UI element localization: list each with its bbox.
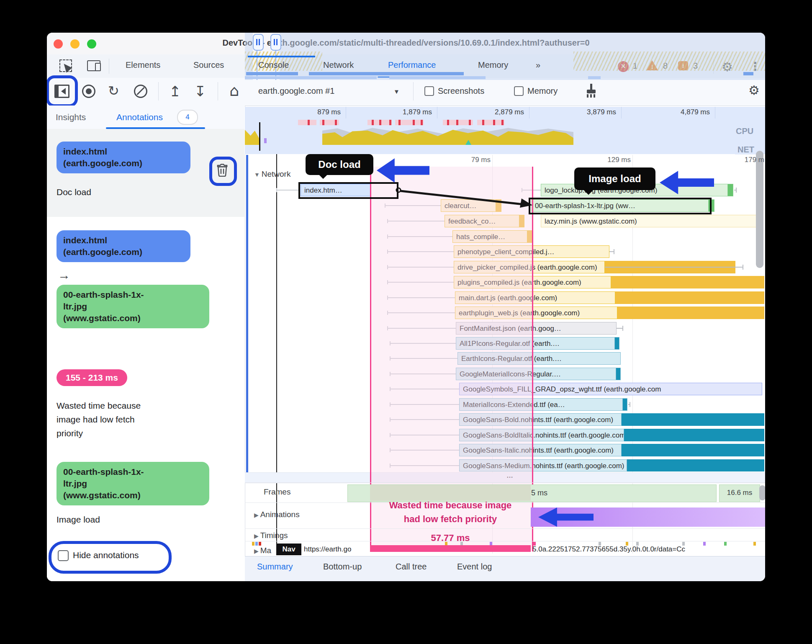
request-whisker-end <box>736 188 737 193</box>
long-task-tick <box>482 120 484 125</box>
capture-settings-gear-icon[interactable]: ⚙ <box>748 83 760 98</box>
request-whisker-line <box>609 251 614 252</box>
request-tail-bar[interactable] <box>621 413 764 426</box>
tab-performance[interactable]: Performance <box>388 60 436 70</box>
long-task-tick <box>322 120 324 125</box>
bottom-tab-bottom-up[interactable]: Bottom-up <box>323 562 362 572</box>
detail-ruler-label: 179 m <box>727 156 764 164</box>
overview-time-separator <box>437 107 437 118</box>
request-tail-bar[interactable] <box>610 276 764 289</box>
expand-triangle-icon[interactable]: ▶ <box>254 533 260 539</box>
animations-track-header[interactable]: ▶ Animations <box>254 510 300 519</box>
long-task-tick <box>447 120 449 125</box>
frames-scrollbar-thumb[interactable] <box>759 485 765 500</box>
network-track-header[interactable]: ▼ Network <box>254 170 290 179</box>
collapse-triangle-icon[interactable]: ▼ <box>254 171 262 178</box>
request-tail-bar[interactable] <box>617 307 764 319</box>
screenshots-label: Screenshots <box>438 86 484 96</box>
overview-brush-handle-left[interactable] <box>253 34 264 51</box>
memory-checkbox[interactable] <box>514 86 524 96</box>
device-toolbar-icon[interactable] <box>87 60 100 71</box>
frames-track-label[interactable]: Frames <box>264 487 290 497</box>
trash-icon[interactable] <box>216 163 229 177</box>
net-activity-bar <box>743 72 753 75</box>
tab-elements[interactable]: Elements <box>126 60 160 70</box>
main-track-header[interactable]: ▶ Ma <box>254 546 271 555</box>
home-icon[interactable]: ⌂ <box>229 82 239 99</box>
request-tail-bar[interactable] <box>621 444 764 456</box>
main-activity-tick <box>626 542 628 546</box>
expand-triangle-icon[interactable]: ▶ <box>254 512 260 518</box>
request-tail-bar[interactable] <box>604 261 735 273</box>
main-activity-tick <box>636 542 639 546</box>
long-task-tick <box>493 120 495 125</box>
expand-triangle-icon[interactable]: ▶ <box>254 548 260 554</box>
request-tail-bar[interactable] <box>614 291 764 304</box>
garbage-collect-icon[interactable] <box>585 84 598 98</box>
image-load-label: Image load <box>574 167 655 190</box>
request-whisker-end <box>614 249 614 254</box>
request-connector-line <box>276 190 299 191</box>
network-scrollbar-thumb[interactable] <box>756 151 763 268</box>
main-activity-tick <box>724 542 727 546</box>
annotation-pill-index2[interactable]: index.html (earth.google.com) <box>57 230 190 262</box>
request-whisker-end <box>630 402 630 407</box>
frame-16ms[interactable]: 16.6 ms <box>719 484 760 502</box>
doc-load-label: Doc load <box>306 154 373 175</box>
overview-nav-marker <box>259 122 260 151</box>
overview-time-label: 879 ms <box>303 108 341 116</box>
tab-console[interactable]: Console <box>258 60 289 70</box>
tab-sources[interactable]: Sources <box>193 60 224 70</box>
detail-ruler-label: 79 ms <box>453 156 491 164</box>
reload-and-record-icon[interactable]: ↻ <box>108 83 119 99</box>
net-activity-bar-light <box>245 76 377 79</box>
request-tail-bar[interactable] <box>626 459 764 471</box>
overview-time-separator <box>715 107 715 118</box>
overview-time-separator <box>346 107 346 118</box>
request-whisker-end <box>622 326 623 331</box>
download-profile-icon[interactable]: ↧ <box>194 83 206 100</box>
main-activity-tick <box>533 542 536 546</box>
wasted-time-range-bar <box>370 545 531 552</box>
clear-icon[interactable] <box>134 85 147 98</box>
annotation-pill-splash[interactable]: 00-earth-splash-1x- ltr.jpg (www.gstatic… <box>57 285 209 328</box>
main-activity-tick <box>682 542 685 546</box>
annotation-pill-doc[interactable]: index.html (earth.google.com) <box>57 142 190 173</box>
tab-network[interactable]: Network <box>323 60 354 70</box>
annotation-pill-range[interactable]: 155 - 213 ms <box>57 369 127 386</box>
request-tail-bar[interactable] <box>623 429 764 441</box>
chevron-down-icon[interactable]: ▼ <box>393 88 400 95</box>
toggle-sidebar-panel-icon[interactable] <box>54 85 69 98</box>
overview-brush-handle-right[interactable] <box>270 34 281 51</box>
overview-time-label: 3,879 ms <box>578 108 616 116</box>
annotation-pill-splash2[interactable]: 00-earth-splash-1x- ltr.jpg (www.gstatic… <box>57 462 209 505</box>
tab-»[interactable]: » <box>536 60 540 70</box>
long-task-tick <box>398 120 401 125</box>
upload-profile-icon[interactable]: ↥ <box>169 83 181 100</box>
net-activity-bar-light <box>389 76 486 79</box>
timings-track-header[interactable]: ▶ Timings <box>254 531 288 540</box>
main-activity-tick <box>753 542 756 546</box>
inspect-element-icon[interactable] <box>59 59 72 72</box>
separator <box>245 528 765 529</box>
bottom-tab-event-log[interactable]: Event log <box>457 562 492 572</box>
wasted-time-duration: 57.77 ms <box>370 531 531 545</box>
hide-annotations-checkbox[interactable] <box>58 550 69 561</box>
record-icon[interactable] <box>82 85 95 98</box>
network-request-bar[interactable]: lazy.min.js (www.gstatic.com) <box>541 215 760 227</box>
long-task-tick <box>372 120 374 125</box>
session-selector[interactable]: earth.google.com #1 <box>258 86 334 96</box>
tab-annotations[interactable]: Annotations <box>116 112 163 122</box>
screenshots-checkbox[interactable] <box>424 86 434 96</box>
main-activity-tick <box>252 542 254 546</box>
tab-memory[interactable]: Memory <box>478 60 508 70</box>
request-end-cap <box>727 184 733 196</box>
main-track-url-right: 5.0a.22251752.77375655d.35y.0h.0t.0r/dat… <box>532 545 765 554</box>
divider <box>413 82 414 100</box>
request-end-cap <box>616 368 621 380</box>
bottom-tab-call-tree[interactable]: Call tree <box>396 562 427 572</box>
long-task-tick <box>501 120 504 125</box>
performance-toolbar <box>47 78 765 106</box>
bottom-tab-summary[interactable]: Summary <box>257 562 293 572</box>
tab-insights[interactable]: Insights <box>56 112 86 122</box>
